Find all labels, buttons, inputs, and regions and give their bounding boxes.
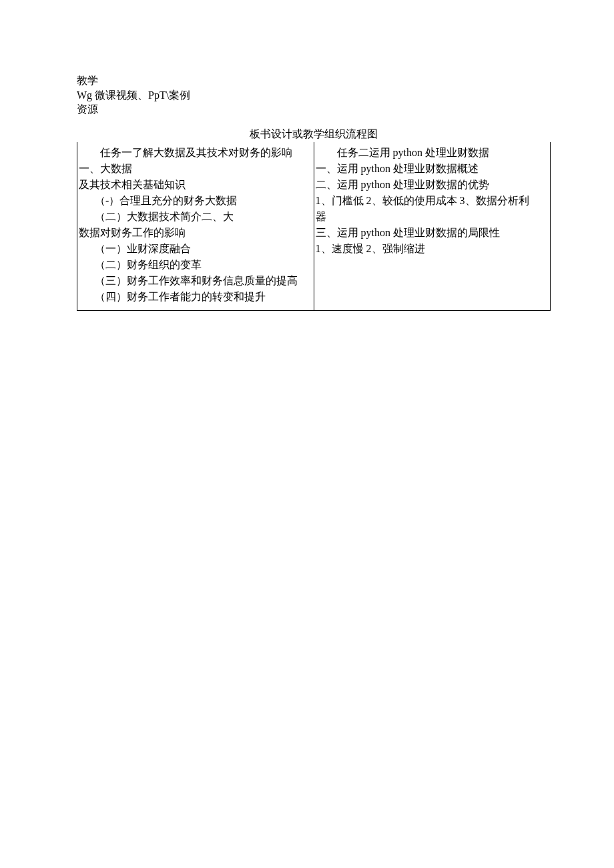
right-line-5: 器 bbox=[316, 209, 549, 225]
left-line-8: （三）财务工作效率和财务信息质量的提高 bbox=[79, 273, 312, 289]
left-line-3: （-）合理且充分的财务大数据 bbox=[79, 193, 312, 209]
right-line-7: 1、速度慢 2、强制缩进 bbox=[316, 241, 549, 257]
left-line-9: （四）财务工作者能力的转变和提升 bbox=[79, 289, 312, 305]
document-page: 教学 Wg 微课视频、PpT\案例 资源 板书设计或教学组织流程图 任务一了解大… bbox=[0, 0, 614, 338]
right-line-4: 1、门槛低 2、较低的使用成本 3、数据分析利 bbox=[316, 193, 549, 209]
header-line-2: Wg 微课视频、PpT\案例 bbox=[77, 88, 551, 103]
left-line-5: 数据对财务工作的影响 bbox=[79, 225, 312, 241]
left-line-4: （二）大数据技术简介二、大 bbox=[79, 209, 312, 225]
right-line-6: 三、运用 python 处理业财数据的局限性 bbox=[316, 225, 549, 241]
board-table: 任务一了解大数据及其技术对财务的影响一、大数据 及其技术相关基础知识 （-）合理… bbox=[77, 142, 551, 311]
header-line-3: 资源 bbox=[77, 102, 551, 117]
left-line-7: （二）财务组织的变革 bbox=[79, 257, 312, 273]
right-line-2: 一、运用 python 处理业财数据概述 bbox=[316, 161, 549, 177]
left-line-6: （一）业财深度融合 bbox=[79, 241, 312, 257]
left-line-1: 任务一了解大数据及其技术对财务的影响一、大数据 bbox=[79, 145, 312, 177]
right-cell: 任务二运用 python 处理业财数据 一、运用 python 处理业财数据概述… bbox=[314, 142, 551, 311]
header-block: 教学 Wg 微课视频、PpT\案例 资源 bbox=[77, 73, 551, 117]
header-line-1: 教学 bbox=[77, 73, 551, 88]
right-line-3: 二、运用 python 处理业财数据的优势 bbox=[316, 177, 549, 193]
right-line-1: 任务二运用 python 处理业财数据 bbox=[316, 145, 549, 161]
section-title: 板书设计或教学组织流程图 bbox=[77, 126, 551, 142]
left-line-2: 及其技术相关基础知识 bbox=[79, 177, 312, 193]
left-cell: 任务一了解大数据及其技术对财务的影响一、大数据 及其技术相关基础知识 （-）合理… bbox=[77, 142, 314, 311]
